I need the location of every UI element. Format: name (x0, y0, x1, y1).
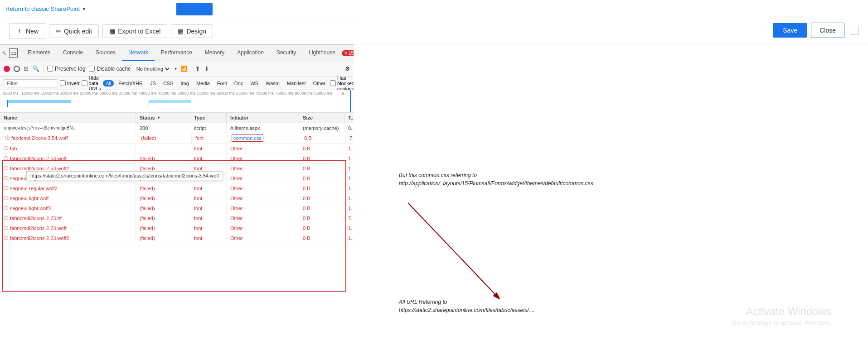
upload-icon[interactable]: ⬆ (195, 65, 200, 72)
disable-cache-checkbox[interactable]: Disable cache (89, 66, 131, 72)
filter-funnel-icon[interactable]: ⊞ (24, 65, 29, 72)
filter-media[interactable]: Media (194, 80, 213, 86)
throttle-select[interactable]: No throttling (135, 66, 171, 72)
blocked-cookies-checkbox[interactable]: Has blocked cookies (330, 75, 354, 91)
tab-console[interactable]: Console (57, 45, 89, 61)
th-name[interactable]: Name (0, 113, 136, 123)
row3-size: 0 B (299, 154, 344, 163)
row9-name[interactable]: ⓘfabricmdl2icons-2.23.ttf (0, 213, 136, 223)
filter-other[interactable]: Other (310, 80, 329, 86)
wifi-icon[interactable]: 📶 (180, 66, 187, 72)
common-css-link[interactable]: common.css (232, 134, 263, 142)
common-css-annotation: But this common.css referring tohttp://a… (399, 171, 580, 187)
filter-doc[interactable]: Doc (232, 80, 246, 86)
preserve-log-checkbox[interactable]: Preserve log (47, 66, 85, 72)
invert-input[interactable] (60, 80, 66, 86)
tl-80000: 80000 ms (294, 91, 314, 96)
filter-input[interactable] (4, 79, 58, 87)
row6-type: font (190, 183, 227, 193)
table-row[interactable]: ⓘfabricmdl2icons-2.23.woff2 (failed) fon… (0, 233, 354, 243)
filter-fetch-xhr[interactable]: Fetch/XHR (116, 80, 145, 86)
save-button[interactable]: Save (773, 23, 807, 38)
th-type[interactable]: Type (190, 113, 227, 123)
annotation-common-css-text: But this common.css referring tohttp://a… (399, 172, 593, 187)
th-initiator[interactable]: Initiator (227, 113, 299, 123)
row3-name[interactable]: ⓘfabricmdl2icons-2.53.woff (0, 154, 136, 163)
row0-name[interactable]: require-dev.js?rev=d9zmvmtlgcBN... (0, 123, 136, 133)
row3-initiator: Other (227, 154, 299, 163)
th-size[interactable]: Size (299, 113, 344, 123)
export-button[interactable]: ▦ Export to Excel (102, 24, 167, 38)
row3-type: font (190, 154, 227, 163)
row9-time: 7... (344, 213, 354, 223)
disable-cache-label: Disable cache (97, 66, 131, 72)
table-row[interactable]: ⓘ fab... font Other 0 B 1... (0, 144, 354, 154)
dropdown-icon[interactable]: ▾ (82, 5, 86, 12)
filter-all[interactable]: All (103, 80, 114, 86)
th-status[interactable]: Status ▼ (136, 113, 190, 123)
filter-css[interactable]: CSS (160, 80, 176, 86)
return-link[interactable]: Return to classic SharePoint (5, 5, 80, 12)
filter-ws[interactable]: WS (247, 80, 261, 86)
blocked-cookies-input[interactable] (330, 80, 336, 86)
row6-status: (failed) (136, 183, 190, 193)
error-icon-2: ⓘ (4, 145, 8, 152)
table-row[interactable]: ⓘsegoeui-regular.woff2 (failed) font Oth… (0, 183, 354, 193)
filter-img[interactable]: Img (178, 80, 192, 86)
minimize-icon[interactable] (850, 26, 859, 35)
table-row[interactable]: ⓘfabricmdl2icons-2.23.ttf (failed) font … (0, 213, 354, 223)
tl-35000: 35000 ms (118, 91, 138, 96)
tab-sources[interactable]: Sources (89, 45, 122, 61)
filter-font[interactable]: Font (214, 80, 230, 86)
url-referring-annotation: All URL Referring tohttps://static2.shar… (399, 298, 535, 314)
tl-70000: 70000 ms (255, 91, 274, 96)
row1-name[interactable]: ⓘ fabricmdl2icons-3.54.woff (1, 133, 137, 143)
row5-initiator: Other (227, 173, 299, 183)
tab-elements[interactable]: Elements (21, 45, 57, 61)
row11-time: 1... (344, 233, 354, 243)
disable-cache-input[interactable] (89, 66, 95, 72)
new-button[interactable]: ＋ New (9, 23, 45, 39)
table-row[interactable]: ⓘfabricmdl2icons-2.53.woff (failed) font… (0, 154, 354, 163)
throttle-dropdown-icon[interactable]: ▾ (175, 66, 177, 71)
row7-type: font (190, 193, 227, 203)
hide-data-urls-checkbox[interactable]: Hide data URLs (82, 75, 102, 91)
cursor-icon[interactable]: ↖ (2, 49, 7, 57)
tab-lighthouse[interactable]: Lighthouse (302, 45, 342, 61)
hide-data-urls-input[interactable] (82, 80, 87, 86)
record-button[interactable] (4, 66, 10, 72)
download-icon[interactable]: ⬇ (204, 65, 209, 72)
filter-manifest[interactable]: Manifest (284, 80, 309, 86)
filter-js[interactable]: JS (147, 80, 159, 86)
stop-button[interactable] (14, 66, 20, 72)
quick-edit-button[interactable]: ✏ Quick edit (49, 24, 99, 38)
row7-name[interactable]: ⓘsegoeui-light.woff (0, 193, 136, 203)
preserve-log-input[interactable] (47, 66, 53, 72)
network-settings-icon[interactable]: ⚙ (345, 66, 350, 72)
row6-name[interactable]: ⓘsegoeui-regular.woff2 (0, 183, 136, 193)
table-row[interactable]: require-dev.js?rev=d9zmvmtlgcBN... 200 s… (0, 123, 354, 133)
row8-name[interactable]: ⓘsegoeui-light.woff2 (0, 203, 136, 213)
table-row[interactable]: ⓘsegoeui-light.woff (failed) font Other … (0, 193, 354, 203)
row10-name[interactable]: ⓘfabricmdl2icons-2.23.woff (0, 223, 136, 233)
tab-memory[interactable]: Memory (199, 45, 231, 61)
tl-60000: 60000 ms (216, 91, 235, 96)
invert-checkbox[interactable]: Invert (60, 80, 80, 86)
network-table[interactable]: Name Status ▼ Type Initiator Size T... W… (0, 113, 354, 355)
table-row[interactable]: ⓘ fabricmdl2icons-3.54.woff (failed) fon… (0, 133, 354, 144)
table-row[interactable]: ⓘsegoeui-light.woff2 (failed) font Other… (0, 203, 354, 213)
close-button[interactable]: Close (811, 23, 844, 38)
tab-application[interactable]: Application (231, 45, 270, 61)
row1-type: font (192, 133, 228, 143)
row11-name[interactable]: ⓘfabricmdl2icons-2.23.woff2 (0, 233, 136, 243)
table-row[interactable]: ⓘfabricmdl2icons-2.23.woff (failed) font… (0, 223, 354, 233)
design-button[interactable]: ▦ Design (171, 24, 213, 38)
tab-network[interactable]: Network (122, 45, 155, 61)
th-time[interactable]: T... (344, 113, 354, 123)
filter-wasm[interactable]: Wasm (263, 80, 282, 86)
tab-performance[interactable]: Performance (155, 45, 199, 61)
device-toggle-icon[interactable]: ▭ (9, 48, 18, 58)
search-icon[interactable]: 🔍 (32, 65, 39, 72)
tab-security[interactable]: Security (270, 45, 302, 61)
row2-name[interactable]: ⓘ fab... (0, 144, 136, 153)
